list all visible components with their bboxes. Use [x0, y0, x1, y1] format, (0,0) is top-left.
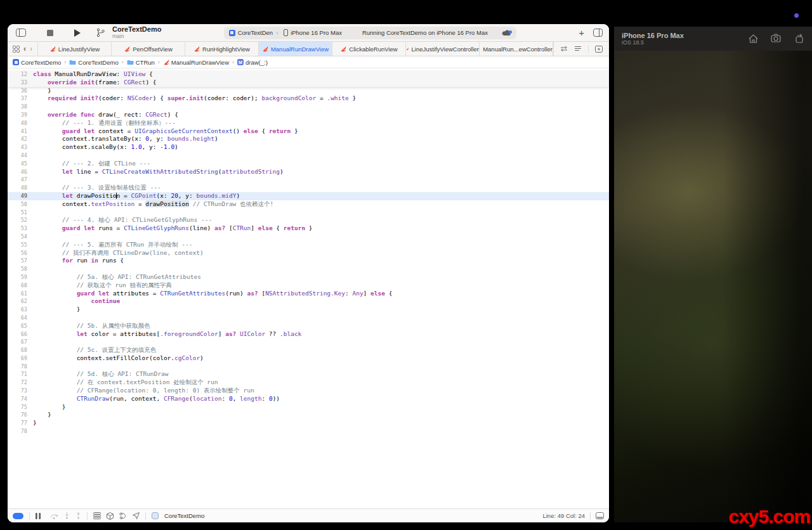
code-text[interactable]: [33, 103, 609, 111]
code-text[interactable]: override init(frame: CGRect) {: [33, 79, 609, 87]
code-line-40[interactable]: 40 // --- 1. 通用设置（翻转坐标系）---: [8, 119, 609, 127]
breakpoints-toggle[interactable]: [13, 513, 23, 519]
code-line-70[interactable]: 70: [8, 363, 609, 371]
code-line-37[interactable]: 37 required init?(coder: NSCoder) { supe…: [8, 94, 609, 103]
line-number[interactable]: 57: [8, 257, 33, 265]
tab-manualrun-ewcontroller[interactable]: ManualRun...ewController: [480, 42, 553, 56]
code-line-42[interactable]: 42 context.translateBy(x: 0, y: bounds.h…: [8, 135, 609, 143]
code-line-33[interactable]: 33 override init(frame: CGRect) {: [8, 79, 609, 87]
code-line-49[interactable]: 49 let drawPosition = CGPoint(x: 20, y: …: [8, 192, 609, 200]
code-text[interactable]: guard let context = UIGraphicsGetCurrent…: [33, 127, 609, 136]
code-line-57[interactable]: 57 for run in runs {: [8, 257, 609, 265]
code-line-76[interactable]: 76 }: [8, 411, 609, 419]
related-editors-icon[interactable]: [560, 46, 568, 52]
tab-manualrundrawview[interactable]: ManualRunDrawView: [259, 42, 332, 56]
code-text[interactable]: guard let runs = CTLineGetGlyphRuns(line…: [33, 224, 609, 233]
code-text[interactable]: [33, 338, 609, 346]
screenshot-camera-icon[interactable]: [771, 34, 782, 44]
scheme-destination[interactable]: iPhone 16 Pro Max: [284, 29, 342, 36]
line-number[interactable]: 36: [8, 87, 33, 95]
code-text[interactable]: // --- 3. 设置绘制基线位置 ---: [33, 184, 609, 192]
code-text[interactable]: required init?(coder: NSCoder) { super.i…: [33, 94, 609, 103]
line-number[interactable]: 72: [8, 378, 33, 387]
line-number[interactable]: 43: [8, 143, 33, 152]
code-text[interactable]: // 5c. 设置上下文的填充色: [33, 346, 609, 354]
project-scheme-label[interactable]: CoreTextDemo main: [112, 26, 161, 39]
line-number[interactable]: 64: [8, 314, 33, 322]
code-text[interactable]: // --- 2. 创建 CTLine ---: [33, 160, 609, 168]
line-number[interactable]: 49: [8, 192, 33, 200]
code-text[interactable]: for run in runs {: [33, 257, 609, 265]
line-number[interactable]: 56: [8, 249, 33, 257]
code-line-69[interactable]: 69 context.setFillColor(color.cgColor): [8, 354, 609, 363]
code-text[interactable]: context.translateBy(x: 0, y: bounds.heig…: [33, 135, 609, 143]
line-number[interactable]: 67: [8, 338, 33, 346]
code-text[interactable]: context.textPosition = drawPosition // C…: [33, 200, 609, 209]
code-text[interactable]: // 5b. 从属性中获取颜色: [33, 322, 609, 330]
line-number[interactable]: 59: [8, 273, 33, 281]
line-number[interactable]: 53: [8, 224, 33, 233]
code-line-64[interactable]: 64: [8, 314, 609, 322]
line-number[interactable]: 78: [8, 427, 33, 436]
line-number[interactable]: 76: [8, 411, 33, 419]
step-out-icon[interactable]: [75, 512, 81, 519]
breadcrumb-coretextdemo[interactable]: CoreTextDemo: [13, 59, 61, 66]
line-number[interactable]: 51: [8, 209, 33, 217]
code-line-43[interactable]: 43 context.scaleBy(x: 1.0, y: -1.0): [8, 143, 609, 152]
code-line-39[interactable]: 39 override func draw(_ rect: CGRect) {: [8, 111, 609, 119]
line-number[interactable]: 44: [8, 152, 33, 160]
code-line-78[interactable]: 78: [8, 427, 609, 436]
code-text[interactable]: guard let attributes = CTRunGetAttribute…: [33, 290, 609, 298]
line-number[interactable]: 38: [8, 103, 33, 111]
line-number[interactable]: 47: [8, 176, 33, 184]
stop-button[interactable]: [43, 27, 57, 39]
code-line-66[interactable]: 66 let color = attributes[.foregroundCol…: [8, 330, 609, 339]
code-line-67[interactable]: 67: [8, 338, 609, 346]
breadcrumb-ctrun[interactable]: CTRun: [127, 59, 155, 66]
memory-graph-icon[interactable]: [107, 512, 114, 520]
line-number[interactable]: 58: [8, 265, 33, 273]
code-text[interactable]: }: [33, 419, 609, 427]
code-line-60[interactable]: 60 // 获取这个 run 独有的属性字典: [8, 281, 609, 290]
editor-layout-button[interactable]: [593, 29, 603, 37]
line-number[interactable]: 62: [8, 297, 33, 306]
line-number[interactable]: 61: [8, 290, 33, 298]
step-over-icon[interactable]: [50, 513, 58, 519]
line-number[interactable]: 63: [8, 306, 33, 314]
code-line-44[interactable]: 44: [8, 152, 609, 160]
new-tab-button[interactable]: +: [579, 27, 584, 38]
code-line-56[interactable]: 56 // 我们不再调用 CTLineDraw(line, context): [8, 249, 609, 257]
code-editor[interactable]: 12class ManualRunDrawView: UIView {33 ov…: [8, 68, 609, 508]
code-text[interactable]: [33, 152, 609, 160]
tab-runhighlightview[interactable]: RunHighlightView: [185, 42, 259, 56]
code-line-41[interactable]: 41 guard let context = UIGraphicsGetCurr…: [8, 127, 609, 136]
code-line-73[interactable]: 73 // CFRange(location: 0, length: 0) 表示…: [8, 387, 609, 395]
code-line-50[interactable]: 50 context.textPosition = drawPosition /…: [8, 200, 609, 209]
code-text[interactable]: [33, 427, 609, 436]
line-number[interactable]: 69: [8, 354, 33, 363]
home-icon[interactable]: [748, 34, 759, 44]
line-number[interactable]: 41: [8, 127, 33, 136]
scheme-target[interactable]: CoreTextDen ›: [229, 29, 278, 36]
code-text[interactable]: override func draw(_ rect: CGRect) {: [33, 111, 609, 119]
code-text[interactable]: // --- 1. 通用设置（翻转坐标系）---: [33, 119, 609, 127]
rotate-device-icon[interactable]: [794, 34, 804, 44]
pause-icon[interactable]: [36, 513, 41, 519]
code-line-61[interactable]: 61 guard let attributes = CTRunGetAttrib…: [8, 290, 609, 298]
breadcrumb-draw-[interactable]: Mdraw(_:): [237, 59, 268, 66]
process-name[interactable]: CoreTextDemo: [164, 512, 204, 519]
environment-overrides-icon[interactable]: [119, 512, 127, 519]
line-number[interactable]: 68: [8, 346, 33, 354]
run-button[interactable]: [70, 27, 84, 39]
code-line-72[interactable]: 72 // 在 context.textPosition 处绘制这个 run: [8, 378, 609, 387]
code-text[interactable]: // 我们不再调用 CTLineDraw(line, context): [33, 249, 609, 257]
code-line-38[interactable]: 38: [8, 103, 609, 111]
code-line-48[interactable]: 48 // --- 3. 设置绘制基线位置 ---: [8, 184, 609, 192]
line-number[interactable]: 39: [8, 111, 33, 119]
line-number[interactable]: 42: [8, 135, 33, 143]
code-text[interactable]: [33, 209, 609, 217]
tab-linejustifyviewcontroller[interactable]: LineJustifyViewController: [406, 42, 480, 56]
code-line-47[interactable]: 47: [8, 176, 609, 184]
line-number[interactable]: 77: [8, 419, 33, 427]
sidebar-toggle-button[interactable]: [14, 27, 28, 39]
